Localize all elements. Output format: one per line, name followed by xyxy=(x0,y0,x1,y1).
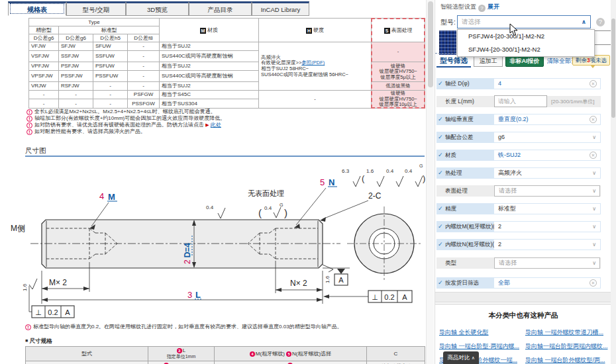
svg-text:1.6: 1.6 xyxy=(325,275,331,283)
model-option[interactable]: SFJW4-[20-300/1]-M2-N2 xyxy=(458,43,594,56)
tab-3d-preview[interactable]: 3D预览 xyxy=(126,1,189,16)
m-param-link[interactable]: M xyxy=(108,192,115,202)
filter-row-precision: ✓ 精度 标准型 ∨ xyxy=(436,203,601,214)
part-number-box xyxy=(592,30,612,45)
related-link[interactable]: 导向轴 全长硬化型 xyxy=(439,328,489,337)
scrollbar-thumb[interactable] xyxy=(428,1,433,87)
length-input[interactable]: 请输入 xyxy=(494,95,547,107)
clear-icon[interactable]: ✕ xyxy=(590,152,597,159)
product-compare-button[interactable]: 商品对比 ∧ xyxy=(443,351,479,364)
svg-text:G: G xyxy=(419,163,423,168)
note-icon: ! xyxy=(26,109,32,115)
cell: 精密型 标准型 xyxy=(367,361,425,364)
d-param-link[interactable]: D=4 xyxy=(183,243,192,258)
info-icon[interactable]: ? xyxy=(478,5,486,12)
tab-model-delivery[interactable]: 型号/交期 xyxy=(66,1,126,16)
dim-table-title: ■ 尺寸规格 xyxy=(25,338,52,345)
note-line: !轴端加工部分(有效螺纹长度+约10mm)可能会因加工的退火效应而导致硬度降低。 xyxy=(26,115,225,122)
clear-icon[interactable]: ✕ xyxy=(590,116,597,123)
tab-additional-work[interactable]: 追加工 xyxy=(474,56,503,67)
tab-catalog[interactable]: 产品目录 xyxy=(189,1,252,16)
dim-badge: 5 xyxy=(286,351,291,357)
end-view xyxy=(347,206,421,281)
filter-value[interactable]: 高频淬火 xyxy=(494,168,600,178)
col-header: 标准型 xyxy=(59,26,160,34)
cell: VFJW xyxy=(29,42,59,51)
scrollbar-thumb[interactable] xyxy=(611,19,615,118)
clear-icon[interactable]: ✕ xyxy=(590,80,597,87)
tab-model-filter[interactable]: 型号筛选 xyxy=(436,56,471,68)
tab-incad-library[interactable]: InCAD Library xyxy=(252,1,309,16)
chevron-up-icon[interactable]: ∧ xyxy=(582,16,586,28)
svg-text:): ) xyxy=(284,207,287,218)
drawing-section-title: 尺寸图 xyxy=(25,146,46,156)
panel-scrollbar[interactable] xyxy=(611,0,616,364)
cell: - xyxy=(128,82,160,91)
drawing-note: !标准型导向轴的垂直度为0.2。在两端使用螺纹孔进行固定时，如对垂直度有较高的要… xyxy=(25,324,342,330)
filter-value[interactable]: 4 xyxy=(494,79,600,89)
check-icon: ✓ xyxy=(438,114,443,125)
chevron-down-icon[interactable]: ∨ xyxy=(592,221,596,232)
filter-row-ship-date: ✓ 按发货日筛选 全部 ✕ xyxy=(436,277,601,289)
n-depth-dimension: N× 2 xyxy=(276,279,323,292)
filter-value[interactable]: 2 xyxy=(494,222,600,232)
tab-spec-sheet[interactable]: 规格表 xyxy=(8,1,66,16)
filter-select[interactable]: 请选择 xyxy=(494,185,600,197)
n-param-link[interactable]: N xyxy=(329,177,334,187)
svg-text:(: ( xyxy=(362,173,365,183)
svg-text:2D=4: 2D=4 xyxy=(183,243,192,264)
check-icon: ✓ xyxy=(438,239,443,250)
check-icon: ✓ xyxy=(438,132,443,143)
cell: - xyxy=(29,99,59,109)
filter-value[interactable]: 标准型 xyxy=(494,204,600,214)
cell: PSSFJW xyxy=(59,71,93,82)
col-header: 型式 xyxy=(26,347,148,361)
content-scrollbar[interactable] xyxy=(426,0,434,364)
filter-value[interactable]: 2 xyxy=(494,240,600,250)
col-header: 4M(粗牙螺纹) 5N(粗牙螺纹)选择 xyxy=(215,347,367,361)
datum-symbol: A xyxy=(334,269,348,285)
l-param-link[interactable]: L xyxy=(195,290,201,300)
chevron-down-icon[interactable]: ∨ xyxy=(592,203,596,214)
expand-link[interactable]: 展开 xyxy=(488,3,499,10)
filter-value[interactable]: 铁-SUJ2 xyxy=(494,150,600,160)
rust-prevention-link[interactable]: 此处 xyxy=(211,122,221,128)
clear-icon[interactable]: ✕ xyxy=(590,279,597,287)
help-icon[interactable]: ? xyxy=(596,18,605,26)
svg-text:⊥: ⊥ xyxy=(35,308,42,316)
check-icon: ✓ xyxy=(438,150,443,161)
related-link[interactable]: 导向轴 一端台阶外螺纹型/两... xyxy=(525,356,605,364)
cell: - xyxy=(93,99,128,109)
svg-text:0.4: 0.4 xyxy=(206,205,214,210)
related-link[interactable]: 导向轴一端台阶型两端内螺纹... xyxy=(525,342,608,351)
model-select[interactable]: 请选择 ∧ xyxy=(457,15,591,28)
cell: VPFJW xyxy=(29,62,59,71)
chevron-down-icon[interactable]: ∨ xyxy=(592,185,596,197)
filter-value[interactable]: 垂直度(0.2) xyxy=(494,114,600,124)
svg-text:1.6: 1.6 xyxy=(22,283,28,291)
chevron-down-icon[interactable]: ∨ xyxy=(592,257,596,269)
model-option[interactable]: PSFJW4-[20-300/1]-M2-N2 xyxy=(458,30,594,43)
filter-select[interactable]: 请选择 xyxy=(494,257,600,269)
filter-value[interactable]: g6 xyxy=(494,132,600,142)
note-icon: ! xyxy=(26,122,32,128)
filter-row-perpendicularity: ✓ 轴端垂直度 垂直度(0.2) ✕ xyxy=(436,114,601,125)
svg-text:A: A xyxy=(402,293,407,301)
chevron-down-icon[interactable]: ∨ xyxy=(592,132,596,143)
svg-text:0.4: 0.4 xyxy=(386,168,394,174)
chevron-down-icon[interactable]: ∨ xyxy=(592,239,596,250)
svg-text:3: 3 xyxy=(187,290,192,300)
cell xyxy=(26,361,148,364)
cell: PSFUW xyxy=(93,62,128,71)
filter-value[interactable]: 全部 xyxy=(494,278,600,288)
arrow-icon: ▶ xyxy=(205,122,209,127)
related-link[interactable]: 导向轴 一端台阶型·两端内螺... xyxy=(439,342,519,351)
chevron-down-icon[interactable]: ∨ xyxy=(592,167,596,179)
cell: PSFGW xyxy=(128,91,160,99)
cell: - xyxy=(29,91,59,99)
related-link[interactable]: 导向轴 一端外螺纹带退刀槽... xyxy=(525,328,603,337)
cell: SFUW xyxy=(93,42,128,51)
cell: PSSFUW xyxy=(93,71,128,82)
svg-text:0.4: 0.4 xyxy=(405,168,413,174)
note-icon: ! xyxy=(25,324,31,330)
